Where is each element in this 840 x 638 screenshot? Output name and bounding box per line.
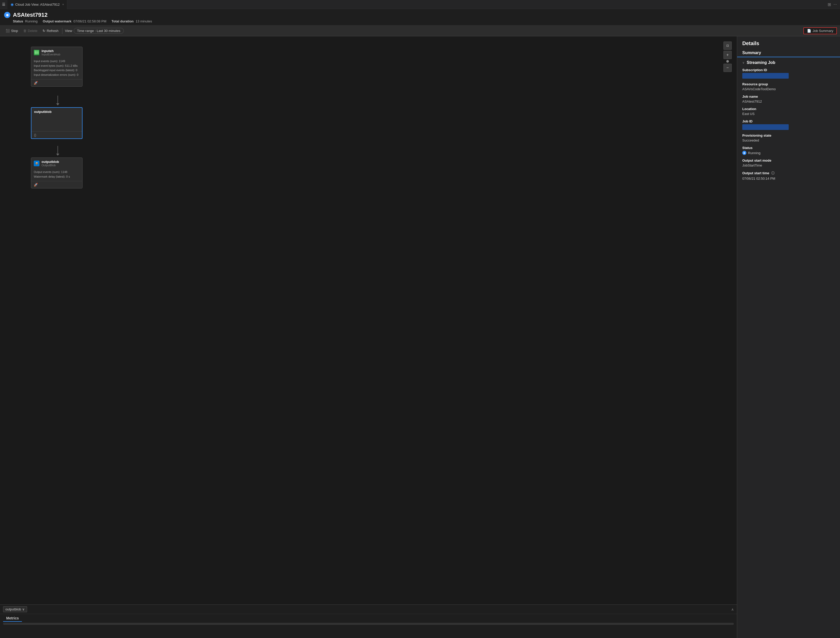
metrics-label: Metrics [3, 614, 22, 622]
chevron-down-icon: ∨ [22, 607, 25, 611]
delete-icon: 🗑 [23, 29, 27, 33]
header: ◉ ASAtest7912 Status Running Output wate… [0, 9, 840, 25]
output-node-titles: outputblob OutputBlob [41, 160, 59, 167]
output-start-time-label: Output start time ⓘ [742, 171, 835, 175]
metrics-section: Metrics [0, 614, 737, 622]
canvas-area: ⊡ + − [0, 36, 737, 638]
zoom-in-button[interactable]: + [723, 51, 732, 59]
connector-arrow-2 [56, 154, 59, 156]
input-node-icon [34, 50, 39, 55]
info-icon: ⓘ [771, 171, 775, 175]
connector-arrow-1 [56, 103, 59, 106]
output-node-footer: 🚀 [31, 181, 82, 188]
toggle-icon: ∨ [742, 61, 745, 65]
more-options-icon[interactable]: ··· [834, 2, 837, 7]
details-title: Details [742, 41, 835, 46]
stop-button[interactable]: ⬛ Stop [3, 28, 21, 34]
output-node-header: 📦 outputblob OutputBlob [31, 158, 82, 169]
minus-icon: − [726, 65, 729, 70]
summary-label: Summary [737, 49, 840, 57]
duration-meta: Total duration 13 minutes [112, 19, 152, 23]
output-node-body: Output events (sum): 1148 Watermark dela… [31, 169, 82, 181]
collapse-button[interactable]: ∧ [731, 607, 734, 611]
status-meta: Status Running [13, 19, 38, 23]
connector-1 [56, 96, 59, 106]
query-node-footer: {} [32, 131, 82, 139]
duration-value: 13 minutes [136, 19, 152, 23]
header-meta: Status Running Output watermark 07/06/21… [4, 19, 836, 23]
job-id-label: Job ID [742, 119, 835, 123]
rocket-icon: 🚀 [34, 81, 38, 85]
hamburger-icon[interactable]: ☰ [2, 2, 5, 6]
zoom-out-button[interactable]: − [723, 64, 732, 72]
query-node[interactable]: outputblob {} [31, 107, 82, 139]
input-stat-2: Backlogged input events (latest): 0 [34, 68, 80, 73]
query-node-name: outputblob [34, 110, 52, 114]
app-icon: ◉ [4, 12, 10, 18]
plus-icon: + [726, 52, 729, 57]
toolbar: ⬛ Stop 🗑 Delete ↻ Refresh View Time rang… [0, 25, 840, 36]
status-running: ◉ Running [742, 151, 835, 155]
connector-2 [56, 146, 59, 156]
subscription-id-item: Subscription ID [742, 68, 835, 79]
time-range-button[interactable]: Time range : Last 30 minutes [74, 28, 124, 34]
output-start-time-value: 07/06/21 02:50:14 PM [742, 177, 835, 180]
zoom-controls: ⊡ + − [723, 41, 732, 72]
output-node[interactable]: 📦 outputblob OutputBlob Output events (s… [31, 158, 82, 188]
provisioning-value: Succeeded [742, 139, 835, 142]
streaming-job-section: ∨ Streaming Job Subscription ID Resource… [737, 57, 840, 187]
output-start-mode-value: JobStartTime [742, 163, 835, 167]
tab-bar-left: ☰ [0, 2, 8, 6]
node-selector-dropdown[interactable]: outputblob ∨ [3, 606, 27, 612]
details-header: Details [737, 36, 840, 49]
bottom-scrollbar[interactable] [3, 623, 734, 625]
subscription-id-label: Subscription ID [742, 68, 835, 72]
detail-status-label: Status [742, 146, 835, 150]
diagram-canvas[interactable]: ⊡ + − [0, 36, 737, 605]
refresh-button[interactable]: ↻ Refresh [40, 28, 61, 34]
job-summary-button[interactable]: 📄 Job Summary [804, 27, 837, 34]
tab-item[interactable]: ◉ Cloud Job View: ASAtest7912 × [8, 0, 67, 9]
status-value: Running [25, 19, 37, 23]
input-stat-1: Input event bytes (sum): 511.2 kBs [34, 64, 80, 68]
stop-icon: ⬛ [6, 29, 10, 33]
delete-button[interactable]: 🗑 Delete [21, 28, 40, 34]
output-node-icon: 📦 [34, 161, 39, 166]
streaming-job-toggle[interactable]: ∨ Streaming Job [742, 60, 835, 65]
query-node-body [32, 116, 82, 131]
output-start-mode-label: Output start mode [742, 158, 835, 163]
input-node-titles: inputeh InputEventHub [41, 49, 60, 56]
input-node-footer: 🚀 [31, 79, 82, 86]
input-stat-3: Input deserialization errors (sum): 0 [34, 73, 80, 77]
refresh-label: Refresh [47, 29, 58, 33]
output-stat-1: Watermark delay (latest): 0 s [34, 175, 80, 179]
tab-bar: ☰ ◉ Cloud Job View: ASAtest7912 × ⊞ ··· [0, 0, 840, 9]
watermark-value: 07/06/21 02:58:08 PM [73, 19, 106, 23]
duration-label: Total duration [112, 19, 134, 23]
input-node-type: InputEventHub [41, 53, 60, 56]
stop-label: Stop [11, 29, 18, 33]
tab-bar-right: ⊞ ··· [827, 2, 840, 7]
watermark-meta: Output watermark 07/06/21 02:58:08 PM [43, 19, 106, 23]
zoom-dot [726, 60, 729, 63]
watermark-label: Output watermark [43, 19, 71, 23]
zoom-fit-button[interactable]: ⊡ [723, 41, 732, 50]
input-node-name: inputeh [41, 49, 60, 53]
detail-status-value: Running [748, 151, 760, 155]
resource-group-item: Resource group ASAVsCodeToolDemo [742, 82, 835, 91]
job-id-value [742, 124, 789, 130]
layout-icon[interactable]: ⊞ [827, 2, 831, 7]
output-node-type: OutputBlob [41, 164, 59, 167]
tab-close-button[interactable]: × [62, 3, 64, 6]
streaming-job-title: Streaming Job [747, 60, 775, 65]
curly-brace-icon: {} [34, 133, 36, 137]
connector-line-1 [57, 96, 58, 103]
output-rocket-icon: 🚀 [34, 183, 38, 186]
output-stat-0: Output events (sum): 1148 [34, 170, 80, 175]
input-node[interactable]: inputeh InputEventHub Input events (sum)… [31, 47, 82, 87]
output-start-mode-item: Output start mode JobStartTime [742, 158, 835, 167]
resource-group-label: Resource group [742, 82, 835, 86]
connector-line-2 [57, 146, 58, 154]
tab-title: Cloud Job View: ASAtest7912 [15, 3, 60, 6]
status-label: Status [13, 19, 23, 23]
